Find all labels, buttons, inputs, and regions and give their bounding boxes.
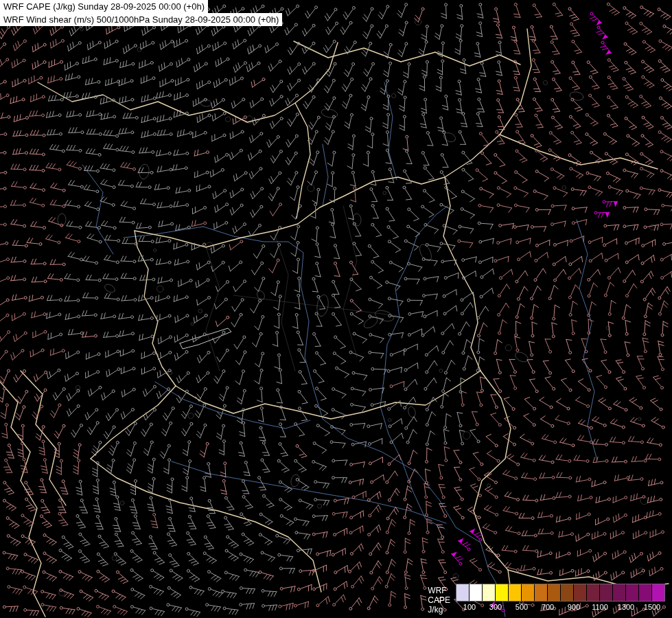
legend: WRF CAPE J/kg 10030050070090011001300150…	[428, 584, 665, 615]
legend-swatch	[600, 584, 612, 601]
legend-swatch	[522, 584, 534, 601]
legend-swatch	[496, 584, 508, 601]
map-title-block: WRF CAPE (J/kg) Sunday 28-09-2025 00:00 …	[0, 0, 282, 26]
legend-tick-label: 100	[463, 603, 476, 611]
title-line-2: WRF Wind shear (m/s) 500/1000hPa Sunday …	[0, 13, 282, 26]
legend-swatch	[574, 584, 586, 601]
legend-model-label: WRF	[428, 586, 450, 595]
weather-map-root: WRF CAPE (J/kg) Sunday 28-09-2025 00:00 …	[0, 0, 672, 618]
title-line-1: WRF CAPE (J/kg) Sunday 28-09-2025 00:00 …	[0, 0, 208, 13]
legend-swatch	[456, 584, 469, 601]
legend-swatch	[535, 584, 547, 601]
legend-tick-label: 300	[489, 603, 502, 611]
legend-tick-label: 700	[542, 603, 554, 611]
legend-tick-label: 1500	[644, 603, 660, 611]
legend-swatch	[639, 584, 651, 601]
weather-map-canvas	[0, 0, 672, 618]
legend-swatch	[587, 584, 599, 601]
legend-swatch	[652, 584, 664, 601]
legend-swatch	[483, 584, 495, 601]
legend-swatch	[626, 584, 638, 601]
legend-swatch	[509, 584, 521, 601]
legend-tick-label: 500	[515, 603, 528, 611]
legend-ticks: 100300500700900110013001500	[456, 603, 665, 613]
legend-labels: WRF CAPE J/kg	[428, 584, 450, 615]
legend-swatch	[613, 584, 625, 601]
legend-scale: 100300500700900110013001500	[456, 584, 665, 613]
legend-tick-label: 1300	[618, 603, 634, 611]
legend-swatch	[561, 584, 573, 601]
legend-tick-label: 1100	[592, 603, 608, 611]
legend-tick-label: 900	[568, 603, 580, 611]
legend-units-label: J/kg	[428, 605, 450, 615]
legend-swatch	[548, 584, 560, 601]
legend-swatch	[470, 584, 482, 601]
legend-variable-label: CAPE	[428, 595, 450, 605]
legend-bar	[456, 584, 665, 602]
